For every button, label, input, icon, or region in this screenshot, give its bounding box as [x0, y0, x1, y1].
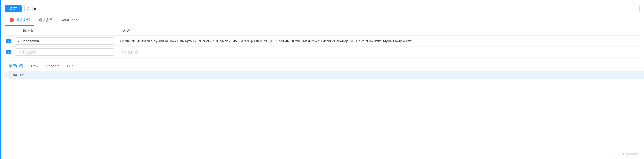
row1-content-cell: eyJhbGciOiJIUzI1NiJ9.eyJqdGkiOiIwYTRINTg… [117, 38, 640, 44]
response-text: hello [13, 73, 24, 77]
row1-checkbox[interactable] [6, 39, 11, 43]
line-number-1: 1 [3, 73, 7, 77]
tab-headers-label: Headers [46, 64, 59, 68]
row2-checkbox[interactable] [6, 50, 11, 54]
col-header-content: 内容 [123, 28, 640, 33]
tab-curl[interactable]: Curl [63, 62, 78, 71]
line-numbers: 1 [1, 71, 10, 79]
tab-request-headers[interactable]: 1 请求头部 [5, 15, 34, 26]
tab-badge-headers: 1 [10, 18, 14, 22]
col-header-name: 请求头 [15, 28, 120, 33]
tab-request-params[interactable]: 请求参数 [34, 15, 57, 26]
tab-label-params: 请求参数 [39, 18, 53, 23]
response-empty-area [1, 79, 644, 101]
tab-response-content[interactable]: 响应内容 [5, 61, 27, 71]
tab-raw[interactable]: Raw [27, 62, 42, 71]
watermark: CSDN @学狗混Si [615, 152, 640, 156]
table-header-row: 请求头 内容 [5, 26, 640, 36]
response-content-area: 1 hello [1, 71, 644, 104]
tab-response-label: 响应内容 [9, 64, 23, 68]
code-area: 1 hello [1, 71, 644, 79]
table-row [5, 47, 640, 58]
url-input[interactable] [24, 5, 640, 12]
response-tabs-container: 响应内容 Raw Headers Curl [1, 61, 644, 71]
row1-name-input[interactable] [15, 37, 114, 45]
table-row: eyJhbGciOiJIUzI1NiJ9.eyJqdGkiOiIwYTRINTg… [5, 36, 640, 47]
tab-label-afterscript: AfterScript [62, 18, 79, 22]
row2-name-input[interactable] [15, 48, 114, 56]
tab-raw-label: Raw [31, 64, 38, 68]
tab-curl-label: Curl [67, 64, 74, 68]
app-container: GET 1 请求头部 请求参数 AfterScript 请求头 内容 eyJhb [0, 0, 644, 159]
tab-headers[interactable]: Headers [42, 62, 63, 71]
request-tabs-container: 1 请求头部 请求参数 AfterScript [1, 15, 644, 26]
method-badge[interactable]: GET [5, 5, 22, 12]
tab-label-headers: 请求头部 [16, 18, 30, 23]
response-line-1: hello [10, 71, 644, 79]
url-bar: GET [1, 3, 644, 15]
checkbox-wrapper-1[interactable] [5, 39, 12, 43]
tab-afterscript[interactable]: AfterScript [57, 15, 83, 26]
row2-content-input[interactable] [117, 48, 640, 56]
headers-table: 请求头 内容 eyJhbGciOiJIUzI1NiJ9.eyJqdGkiOiIw… [1, 26, 644, 61]
checkbox-wrapper-2[interactable] [5, 50, 12, 54]
